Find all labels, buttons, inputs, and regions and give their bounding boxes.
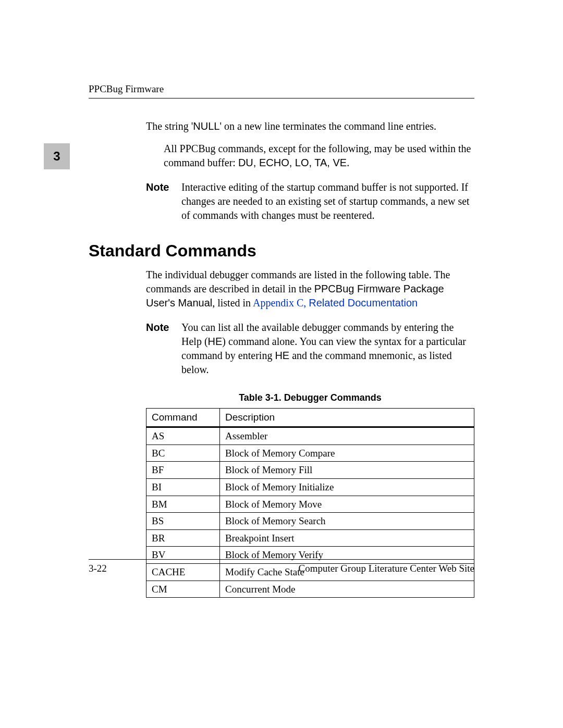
text: ' on a new line terminates the command l… [219,120,436,132]
description-cell: Concurrent Mode [220,581,474,598]
appendix-link[interactable]: Appendix C, Related Documentation [253,297,418,309]
description-cell: Block of Memory Compare [220,445,474,462]
text: , listed in [212,297,253,309]
text: The string ' [146,120,193,132]
table-row: BSBlock of Memory Search [146,513,474,530]
body-text-block: The string 'NULL' on a new line terminat… [146,119,474,223]
table-row: CMConcurrent Mode [146,581,474,598]
paragraph: The string 'NULL' on a new line terminat… [146,119,474,133]
command-cell: BC [146,445,220,462]
command-cell: BF [146,462,220,479]
code-text: NULL [193,120,219,132]
running-head: PPCBug Firmware [89,83,474,98]
table-header-row: Command Description [146,409,474,427]
command-cell: BI [146,478,220,496]
body-text-block: The individual debugger commands are lis… [146,268,474,598]
note-text: Interactive editing of the startup comma… [181,180,474,223]
command-cell: BR [146,529,220,547]
code-text: HE [208,336,223,347]
paragraph: The individual debugger commands are lis… [146,268,474,310]
section-heading: Standard Commands [89,241,474,261]
table-row: BRBreakpoint Insert [146,529,474,547]
table-header-cell: Command [146,409,220,427]
note-text: You can list all the available debugger … [181,320,474,377]
description-cell: Block of Memory Search [220,513,474,530]
page: PPCBug Firmware 3 The string 'NULL' on a… [0,0,563,728]
page-number: 3-22 [89,563,107,574]
link-text: Appendix C, [253,297,309,309]
table-row: BFBlock of Memory Fill [146,462,474,479]
table-row: BCBlock of Memory Compare [146,445,474,462]
command-cell: AS [146,427,220,445]
note-label: Note [146,180,181,223]
note-block: Note Interactive editing of the startup … [146,180,474,223]
paragraph-indented: All PPCBug commands, except for the foll… [164,142,474,170]
description-cell: Block of Memory Fill [220,462,474,479]
command-cell: BS [146,513,220,530]
code-text: HE [275,350,289,361]
description-cell: Assembler [220,427,474,445]
page-footer: 3-22 Computer Group Literature Center We… [89,559,474,574]
table-caption: Table 3-1. Debugger Commands [146,391,474,404]
footer-text: Computer Group Literature Center Web Sit… [299,563,474,574]
link-text: Related Documentation [309,297,418,309]
note-block: Note You can list all the available debu… [146,320,474,377]
command-cell: CM [146,581,220,598]
table-row: BMBlock of Memory Move [146,496,474,513]
table-header-cell: Description [220,409,474,427]
table-row: ASAssembler [146,427,474,445]
description-cell: Block of Memory Move [220,496,474,513]
command-cell: BM [146,496,220,513]
note-label: Note [146,320,181,377]
table-row: BIBlock of Memory Initialize [146,478,474,496]
chapter-tab: 3 [44,143,70,169]
description-cell: Breakpoint Insert [220,529,474,547]
code-text: DU, ECHO, LO, TA, VE [238,157,347,168]
description-cell: Block of Memory Initialize [220,478,474,496]
text: . [347,157,349,168]
